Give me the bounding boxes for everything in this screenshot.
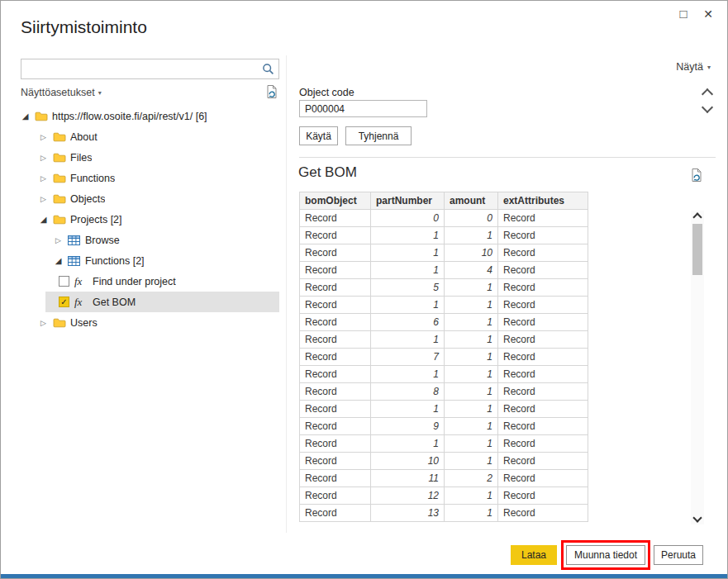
table-cell: Record <box>300 505 371 522</box>
tree-item-label: https://flow.osoite.fi/api/rest/v1/ [6] <box>52 111 207 122</box>
folder-icon <box>52 214 66 225</box>
tree-item[interactable]: ▷Browse <box>1 230 279 250</box>
table-cell: Record <box>498 314 588 331</box>
tree-item-checkbox[interactable] <box>59 276 69 287</box>
table-cell: 1 <box>371 244 445 262</box>
table-cell: Record <box>300 314 371 331</box>
parameter-input[interactable] <box>299 100 427 117</box>
tree-item[interactable]: ▷Users <box>1 312 279 333</box>
view-menu[interactable]: Näytä ▾ <box>676 61 711 73</box>
table-cell: 4 <box>445 262 498 279</box>
table-cell: Record <box>498 401 588 418</box>
load-button[interactable]: Lataa <box>511 545 557 565</box>
table-cell: 1 <box>371 297 445 314</box>
apply-button[interactable]: Käytä <box>299 126 338 145</box>
scrollbar-up-icon[interactable] <box>692 212 702 221</box>
tree-item[interactable]: fxFind under project <box>45 271 279 292</box>
table-cell: 1 <box>445 487 498 505</box>
table-cell: Record <box>300 297 371 314</box>
search-box <box>21 59 279 79</box>
folder-icon <box>52 173 66 183</box>
table-cell: Record <box>300 227 371 244</box>
refresh-preview-icon[interactable] <box>689 168 704 186</box>
table-cell: Record <box>300 383 371 401</box>
table-cell: Record <box>300 487 371 505</box>
search-icon[interactable] <box>257 59 278 78</box>
scroll-down-icon[interactable] <box>702 102 713 113</box>
column-header: bomObject <box>300 192 371 210</box>
clear-button[interactable]: Tyhjennä <box>345 126 412 145</box>
table-cell: 2 <box>445 470 498 487</box>
table-cell: 6 <box>371 314 445 331</box>
table-cell: Record <box>498 297 588 314</box>
expand-arrow-icon[interactable]: ▷ <box>39 319 48 327</box>
search-input[interactable] <box>21 64 257 75</box>
table-cell: Record <box>498 244 588 262</box>
table-cell: Record <box>498 366 588 383</box>
table-cell: Record <box>300 279 371 297</box>
tree-item[interactable]: ◢https://flow.osoite.fi/api/rest/v1/ [6] <box>1 106 279 126</box>
refresh-icon[interactable] <box>264 84 279 102</box>
table-cell: Record <box>498 331 588 349</box>
table-cell: 13 <box>371 505 445 522</box>
table-cell: 1 <box>371 366 445 383</box>
table-cell: 1 <box>445 227 498 244</box>
table-cell: 11 <box>371 470 445 487</box>
cancel-button[interactable]: Peruuta <box>654 545 703 565</box>
table-cell: Record <box>498 453 588 470</box>
tree-item-label: Functions <box>70 173 115 184</box>
scroll-up-icon[interactable] <box>702 88 713 100</box>
transform-button[interactable]: Muunna tiedot <box>566 545 645 565</box>
table-cell: 1 <box>445 279 498 297</box>
scrollbar-thumb[interactable] <box>692 224 702 275</box>
tree-item[interactable]: ✓fxGet BOM <box>45 292 279 312</box>
maximize-button[interactable]: □ <box>674 6 692 22</box>
scrollbar-down-icon[interactable] <box>692 513 702 522</box>
function-icon: fx <box>74 296 88 309</box>
folder-icon <box>52 193 66 204</box>
table-cell: Record <box>498 210 588 227</box>
table-cell: Record <box>498 418 588 435</box>
tree-item[interactable]: ▷About <box>1 126 279 147</box>
table-cell: Record <box>300 210 371 227</box>
tree-item[interactable]: ▷Files <box>1 147 279 168</box>
tree-item[interactable]: ◢Projects [2] <box>1 209 279 230</box>
table-cell: Record <box>498 383 588 401</box>
table-cell: 1 <box>371 401 445 418</box>
table-cell: Record <box>300 435 371 453</box>
table-cell: 1 <box>445 435 498 453</box>
close-button[interactable]: ✕ <box>699 6 717 22</box>
table-cell: Record <box>300 418 371 435</box>
expand-arrow-icon[interactable]: ▷ <box>54 236 63 244</box>
folder-icon <box>34 111 48 121</box>
tree-item-label: Browse <box>85 235 120 246</box>
parameter-label: Object code <box>299 87 354 98</box>
table-cell: Record <box>300 453 371 470</box>
table-cell: 1 <box>445 418 498 435</box>
expand-arrow-icon[interactable]: ▷ <box>39 195 48 203</box>
table-cell: Record <box>498 487 588 505</box>
table-cell: Record <box>498 505 588 522</box>
table-cell: 1 <box>445 505 498 522</box>
tree-item-checkbox[interactable]: ✓ <box>59 297 69 307</box>
table-cell: 1 <box>371 262 445 279</box>
tree-item[interactable]: ▷Functions <box>1 168 279 188</box>
table-cell: 1 <box>445 366 498 383</box>
tree-item[interactable]: ▷Objects <box>1 188 279 209</box>
expand-arrow-icon[interactable]: ▷ <box>39 174 48 183</box>
collapse-arrow-icon[interactable]: ◢ <box>21 112 30 121</box>
expand-arrow-icon[interactable]: ▷ <box>39 154 48 162</box>
collapse-arrow-icon[interactable]: ◢ <box>39 215 48 224</box>
tree-item-label: Users <box>70 317 98 329</box>
table-cell: Record <box>300 262 371 279</box>
tree-item[interactable]: ◢Functions [2] <box>1 250 279 271</box>
collapse-arrow-icon[interactable]: ◢ <box>54 256 63 265</box>
expand-arrow-icon[interactable]: ▷ <box>39 133 48 141</box>
table-cell: 1 <box>445 349 498 366</box>
table-cell: 1 <box>371 331 445 349</box>
display-options-dropdown[interactable]: Näyttöasetukset ▾ <box>21 87 102 98</box>
vertical-scrollbar[interactable] <box>691 211 704 524</box>
table-cell: Record <box>498 470 588 487</box>
column-header: partNumber <box>371 192 445 210</box>
tree-item-label: Find under project <box>93 276 176 287</box>
